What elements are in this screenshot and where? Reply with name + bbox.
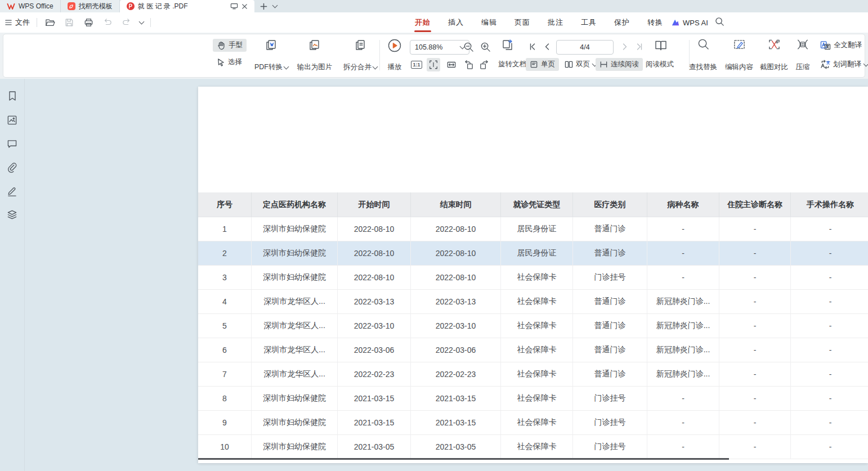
undo-button[interactable]	[101, 16, 114, 29]
hand-tool-label: 手型	[229, 41, 243, 50]
read-mode-icon-button[interactable]	[654, 39, 668, 52]
full-text-translate-button[interactable]: 全文翻译	[816, 39, 866, 52]
menu-tab-home[interactable]: 开始	[414, 15, 431, 30]
quick-access-chevron-icon[interactable]	[139, 19, 145, 25]
signature-panel-button[interactable]	[6, 185, 19, 197]
fit-width-button[interactable]	[445, 58, 458, 71]
layers-panel-button[interactable]	[6, 208, 19, 221]
zoom-level-select[interactable]: 105.88%	[410, 40, 469, 55]
single-page-button[interactable]: 单页	[526, 58, 559, 71]
pdf-convert-button[interactable]: PDF转换	[247, 38, 296, 72]
table-cell: -	[791, 290, 868, 313]
rotate-right-button[interactable]	[477, 58, 491, 71]
tab-docer-templates[interactable]: 找稻壳模板	[61, 0, 120, 12]
rotate-document-button[interactable]: 旋转文档	[494, 58, 530, 71]
bookmark-panel-button[interactable]	[6, 90, 19, 102]
attachment-panel-button[interactable]	[6, 161, 19, 173]
paperclip-icon	[7, 162, 17, 173]
split-merge-button[interactable]: 拆分合并	[339, 38, 382, 72]
table-cell: 深圳市龙华区人...	[252, 314, 338, 338]
thumbnail-panel-button[interactable]	[6, 114, 19, 126]
table-cell: 门诊挂号	[573, 411, 647, 434]
actual-size-button[interactable]: 1:1	[410, 58, 423, 71]
continuous-read-button[interactable]: 连续阅读	[596, 58, 643, 71]
table-cell: 2022-08-10	[411, 241, 501, 265]
column-header: 结束时间	[411, 192, 501, 217]
tab-list-chevron-icon[interactable]	[272, 3, 278, 8]
column-header: 手术操作名称	[791, 192, 868, 217]
table-cell: 2022-02-23	[338, 362, 411, 386]
zoom-in-button[interactable]	[478, 40, 492, 53]
wps-ai-button[interactable]: WPS AI	[671, 12, 708, 33]
edit-content-button[interactable]: 编辑内容	[722, 38, 757, 72]
save-icon	[65, 18, 74, 27]
new-tab-icon[interactable]	[260, 3, 267, 10]
select-tool-button[interactable]: 选择	[213, 56, 246, 69]
print-button[interactable]	[82, 16, 95, 29]
menu-tab-convert[interactable]: 转换	[647, 15, 664, 30]
menu-tab-tools[interactable]: 工具	[580, 15, 597, 30]
comment-panel-button[interactable]	[6, 137, 19, 150]
play-button[interactable]: 播放	[382, 38, 408, 72]
pdf-page: 序号定点医药机构名称开始时间结束时间就诊凭证类型医疗类别病种名称住院主诊断名称手…	[198, 87, 868, 463]
open-file-button[interactable]	[44, 16, 56, 29]
find-replace-button[interactable]: 查找替换	[686, 38, 721, 72]
column-header: 定点医药机构名称	[252, 192, 338, 217]
full-translate-icon	[820, 41, 831, 50]
close-tab-icon[interactable]	[241, 3, 248, 10]
fit-page-button[interactable]	[427, 58, 440, 71]
word-translate-button[interactable]: 划词翻译	[816, 58, 868, 71]
last-page-button[interactable]	[633, 40, 646, 53]
table-row: 3深圳市妇幼保健院2022-08-102022-08-10社会保障卡门诊挂号--…	[198, 266, 868, 290]
search-icon[interactable]	[715, 17, 724, 26]
table-cell: 社会保障卡	[501, 266, 573, 289]
table-cell: -	[791, 241, 868, 265]
previous-page-button[interactable]	[540, 40, 554, 53]
wps-ai-icon	[671, 19, 680, 26]
table-cell: 2022-03-13	[411, 290, 501, 313]
read-mode-button[interactable]: 阅读模式	[642, 58, 678, 71]
tab-label: 就 医 记 录 .PDF	[138, 2, 188, 11]
export-image-button[interactable]: 输出为图片	[293, 38, 337, 72]
next-page-button[interactable]	[618, 40, 632, 53]
table-cell: -	[647, 266, 719, 289]
page-number-input[interactable]: 4/4	[556, 40, 614, 55]
screenshot-compare-button[interactable]: 截图对比	[757, 38, 791, 72]
find-replace-icon	[697, 38, 709, 50]
menu-tab-insert[interactable]: 插入	[448, 15, 464, 30]
table-cell: -	[719, 387, 791, 410]
table-cell: -	[791, 314, 868, 338]
first-page-button[interactable]	[526, 40, 539, 53]
zoom-out-button[interactable]	[462, 40, 475, 53]
menu-tab-page[interactable]: 页面	[514, 15, 531, 30]
full-text-translate-label: 全文翻译	[834, 41, 862, 50]
cursor-icon	[217, 58, 225, 66]
tab-document-pdf[interactable]: 就 医 记 录 .PDF	[120, 0, 254, 12]
double-page-button[interactable]: 双页	[561, 58, 601, 71]
table-cell: 社会保障卡	[501, 362, 573, 386]
swap-pages-button[interactable]	[501, 39, 514, 52]
medical-records-table: 序号定点医药机构名称开始时间结束时间就诊凭证类型医疗类别病种名称住院主诊断名称手…	[198, 192, 868, 459]
file-menu-button[interactable]: 文件	[5, 17, 30, 28]
table-cell: 新冠肺炎门诊...	[647, 338, 719, 362]
redo-button[interactable]	[120, 16, 133, 29]
menu-tab-annotate[interactable]: 批注	[547, 15, 564, 30]
save-button[interactable]	[63, 16, 75, 29]
table-cell: -	[647, 217, 719, 241]
table-cell: 深圳市妇幼保健院	[252, 411, 338, 434]
play-label: 播放	[388, 62, 402, 72]
hand-tool-button[interactable]: 手型	[213, 39, 247, 52]
tab-wps-office[interactable]: WPS Office	[0, 0, 61, 12]
menu-tab-protect[interactable]: 保护	[614, 15, 630, 30]
table-cell: 居民身份证	[501, 217, 573, 241]
menu-tab-edit[interactable]: 编辑	[481, 15, 498, 30]
double-page-label: 双页	[576, 60, 590, 69]
table-row: 5深圳市龙华区人...2022-03-102022-03-10社会保障卡普通门诊…	[198, 314, 868, 338]
table-cell: 2	[198, 241, 252, 265]
rotate-left-button[interactable]	[462, 58, 475, 71]
compress-button[interactable]: 压缩	[790, 38, 815, 72]
table-cell: -	[719, 217, 791, 241]
play-icon	[387, 38, 402, 53]
table-cell: 社会保障卡	[501, 314, 573, 338]
screen-share-icon[interactable]	[230, 3, 238, 10]
